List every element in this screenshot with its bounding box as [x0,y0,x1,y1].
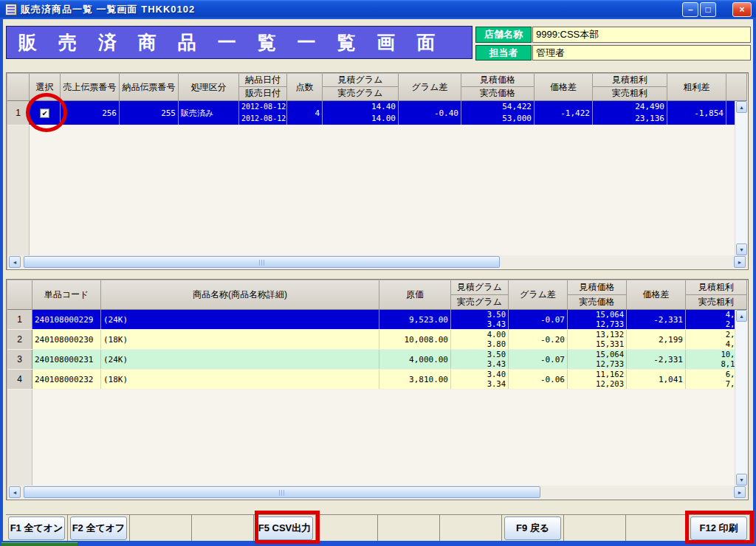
cell-prices: 15,06412,733 [568,350,627,369]
column-header-grams: 見積グラム 実売グラム [323,74,399,101]
page-title-banner: 販 売 済 商 品 一 覧 一 覧 画 面 [6,26,472,59]
select-cell: ✔ [30,101,61,125]
cell-prices: 11,16212,203 [568,370,627,389]
column-header-grams: 見積グラム 実売グラム [451,280,509,310]
items-table: 単品コード 商品名称(商品名称詳細) 原価 見積グラム 実売グラム グラム差 見… [6,279,749,500]
corner-header-cell [7,74,30,101]
horizontal-scrollbar[interactable]: ◄ ► [7,485,747,499]
cell-price-diff: -2,331 [627,350,686,369]
header-stub-cell [726,74,747,101]
cell-grams: 3.503.43 [451,350,509,369]
cell-grams: 14.40 14.00 [323,101,399,125]
store-name-label: 店舗名称 [475,27,532,43]
horizontal-scrollbar-thumb[interactable] [24,486,540,498]
f6-cell [316,515,378,542]
column-header-price-diff: 価格差 [627,280,686,310]
cell-dates: 2012-08-12 2012-08-12 [239,101,287,125]
f1-all-on-button[interactable]: F1 全てオン [8,516,65,540]
cell-gram-diff: -0.07 [509,350,568,369]
cell-delivery-slip-no: 255 [120,101,179,125]
column-header-gram-diff: グラム差 [399,74,461,101]
title-bar: 販売済商品一覧 一覧画面 THKK0102 － □ × [0,0,756,19]
items-table-header: 単品コード 商品名称(商品名称詳細) 原価 見積グラム 実売グラム グラム差 見… [7,280,747,310]
minimize-button[interactable]: － [682,2,698,17]
f12-print-button[interactable]: F12 印刷 [690,516,747,540]
horizontal-scrollbar-thumb[interactable] [24,256,500,268]
f5-cell: F5 CSV出力 [254,515,316,542]
row-select-checkbox[interactable]: ✔ [40,108,49,118]
cell-price-diff: 1,041 [627,370,686,389]
scroll-up-button[interactable]: ▲ [736,101,747,113]
sales-table-header: 選択 売上伝票番号 納品伝票番号 処理区分 納品日付 販売日付 点数 見積グラム… [7,74,747,101]
item-row[interactable]: 4 240108000232 (18K) 3,810.00 3.403.34 -… [7,370,747,390]
scroll-down-button[interactable]: ▼ [736,474,747,485]
sales-table-row[interactable]: 1 ✔ 256 255 販売済み 2012-08-12 2012-08-12 4… [7,101,747,125]
f4-cell [192,515,254,542]
f12-cell: F12 印刷 [688,515,750,542]
column-header-profits: 見積粗利 実売粗利 [686,280,747,310]
application-window: 販売済商品一覧 一覧画面 THKK0102 － □ × 販 売 済 商 品 一 … [0,0,756,546]
column-header-cost: 原価 [379,280,451,310]
cell-grams: 3.503.43 [451,310,509,329]
cell-prices: 15,06412,733 [568,310,627,329]
f2-cell: F2 全てオフ [68,515,130,542]
column-header-gram-diff: グラム差 [509,280,568,310]
cell-grams: 3.403.34 [451,370,509,389]
vertical-scrollbar[interactable]: ▲ ▼ [735,101,747,255]
row-number: 1 [7,310,32,329]
row-number: 1 [7,101,30,125]
f8-cell [440,515,502,542]
column-header-price-diff: 価格差 [535,74,593,101]
vertical-scrollbar[interactable]: ▲ ▼ [735,310,747,485]
column-header-item-code: 単品コード [32,280,101,310]
cell-prices: 13,13215,331 [568,330,627,349]
row-number-strip [7,125,30,255]
scroll-down-button[interactable]: ▼ [736,243,747,255]
staff-value: 管理者 [532,45,751,61]
scroll-right-button[interactable]: ► [734,256,746,268]
f9-back-button[interactable]: F9 戻る [504,516,561,540]
staff-label: 担当者 [475,45,532,61]
window-border-left [0,19,3,546]
scroll-up-button[interactable]: ▲ [736,310,747,322]
cell-gram-diff: -0.20 [509,330,568,349]
close-button[interactable]: × [732,2,752,17]
cell-item-name: (24K) [101,350,379,369]
scroll-right-button[interactable]: ► [734,486,746,498]
f2-all-off-button[interactable]: F2 全てオフ [70,516,127,540]
maximize-button[interactable]: □ [700,2,716,17]
item-row[interactable]: 3 240108000231 (24K) 4,000.00 3.503.43 -… [7,350,747,370]
cell-cost: 3,810.00 [379,370,451,389]
column-header-item-name: 商品名称(商品名称詳細) [101,280,379,310]
f3-cell [130,515,192,542]
window-title: 販売済商品一覧 一覧画面 THKK0102 [21,3,195,16]
column-header-select: 選択 [30,74,61,101]
cell-cost: 9,523.00 [379,310,451,329]
row-number: 4 [7,370,32,389]
column-header-profit-diff: 粗利差 [667,74,726,101]
cell-item-code: 240108000232 [32,370,101,389]
cell-cost: 4,000.00 [379,350,451,369]
f10-cell [564,515,626,542]
item-row[interactable]: 2 240108000230 (18K) 10,008.00 4.003.80 … [7,330,747,350]
column-header-prices: 見積価格 実売価格 [461,74,535,101]
cell-price-diff: -1,422 [535,101,593,125]
cell-price-diff: -2,331 [627,310,686,329]
column-header-delivery-slip-no: 納品伝票番号 [120,74,179,101]
scroll-left-button[interactable]: ◄ [9,256,21,268]
function-key-bar: F1 全てオン F2 全てオフ F5 CSV出力 F9 戻る F12 印刷 [6,514,750,542]
column-header-quantity: 点数 [287,74,323,101]
cell-price-diff: 2,199 [627,330,686,349]
scroll-left-button[interactable]: ◄ [9,486,21,498]
f5-csv-export-button[interactable]: F5 CSV出力 [256,516,313,540]
cell-gram-diff: -0.06 [509,370,568,389]
start-button-sliver [1,542,78,546]
item-row[interactable]: 1 240108000229 (24K) 9,523.00 3.503.43 -… [7,310,747,330]
window-border-right [753,19,756,546]
cell-sales-slip-no: 256 [61,101,120,125]
f9-cell: F9 戻る [502,515,564,542]
horizontal-scrollbar[interactable]: ◄ ► [7,255,747,269]
column-header-dates: 納品日付 販売日付 [239,74,287,101]
cell-item-name: (18K) [101,330,379,349]
taskbar-sliver [0,541,756,546]
